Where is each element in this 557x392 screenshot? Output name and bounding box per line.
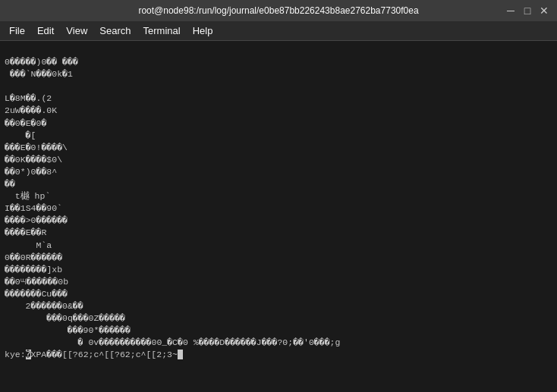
terminal-line: ���`N���0k�1 <box>5 69 73 79</box>
terminal-window: root@node98:/run/log/journal/e0be87bb226… <box>0 0 557 392</box>
terminal-line: ��0*)0��8^ <box>5 167 57 177</box>
terminal-output[interactable]: 0�����)0�� ��� ���`N���0k�1 L�8M��.(2 2u… <box>0 41 557 392</box>
terminal-line: � 0v����������00_�C�0 %����D������J���?0… <box>5 337 340 347</box>
terminal-line: ���0q���0Z����� <box>5 313 125 323</box>
terminal-line: ���E�0!����\ <box>5 143 68 152</box>
minimize-button[interactable]: ─ <box>504 4 518 17</box>
terminal-input-line[interactable]: kye:�XPA���[[?62;c^[[?62;c^[[2;3~ <box>5 350 183 359</box>
menu-help[interactable]: Help <box>187 24 219 38</box>
terminal-line: ��0୴������0b <box>5 277 68 287</box>
terminal-line: L�8M��.(2 <box>5 93 52 103</box>
window-controls: ─ □ ✕ <box>504 4 551 17</box>
terminal-line: �������Cu��� <box>5 289 68 299</box>
menu-file[interactable]: File <box>3 24 31 38</box>
terminal-active-cursor <box>178 350 183 359</box>
menu-search[interactable]: Search <box>93 24 137 38</box>
terminal-line: ����E��R <box>5 227 46 237</box>
terminal-line: I��1S4��90` <box>5 203 62 213</box>
terminal-line: �[ <box>5 130 36 140</box>
terminal-line: ���90*������ <box>5 325 131 335</box>
terminal-cursor: � <box>26 350 31 359</box>
terminal-line: 2������0&�� <box>5 301 83 311</box>
terminal-line: ����>0������ <box>5 215 68 225</box>
close-button[interactable]: ✕ <box>537 4 551 17</box>
terminal-line: �� <box>5 179 15 189</box>
menu-view[interactable]: View <box>60 24 93 38</box>
terminal-line: ��������]xb <box>5 265 62 274</box>
terminal-line: M`a <box>5 240 52 250</box>
terminal-line: ��0K����$0\ <box>5 155 62 165</box>
terminal-line: ��0�E�0� <box>5 118 46 128</box>
maximize-button[interactable]: □ <box>521 4 534 17</box>
window-title: root@node98:/run/log/journal/e0be87bb226… <box>138 5 418 16</box>
titlebar: root@node98:/run/log/journal/e0be87bb226… <box>0 0 557 21</box>
terminal-line: 2uW����.0K <box>5 105 57 115</box>
terminal-line: 0��0R������ <box>5 252 62 262</box>
terminal-line: 0�����)0�� ��� <box>5 57 78 67</box>
menubar: File Edit View Search Terminal Help <box>0 21 557 41</box>
menu-terminal[interactable]: Terminal <box>137 24 187 38</box>
terminal-line: t樾 hp` <box>5 191 50 201</box>
menu-edit[interactable]: Edit <box>31 24 60 38</box>
